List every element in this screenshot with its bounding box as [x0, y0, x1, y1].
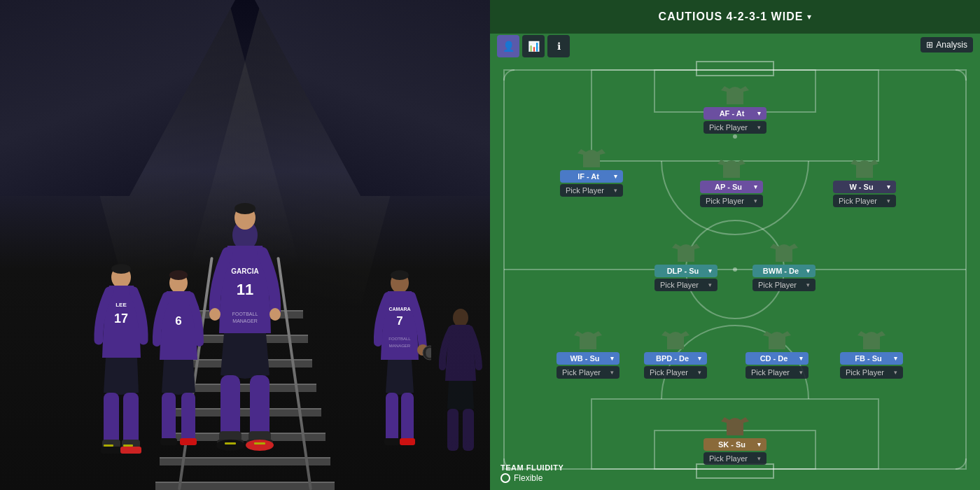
rm-pick-label: Pick Player: [839, 197, 877, 205]
rdm-shirt: [770, 238, 798, 263]
gk-pick-player[interactable]: Pick Player ▾: [704, 452, 766, 465]
svg-text:MANAGER: MANAGER: [232, 318, 257, 323]
rm-pick-player[interactable]: Pick Player ▾: [833, 195, 896, 207]
st-role-badge[interactable]: AF - At ▾: [704, 107, 766, 120]
rcb-role-badge[interactable]: CD - De ▾: [746, 352, 808, 365]
svg-point-32: [169, 270, 188, 280]
rdm-role-badge[interactable]: BWM - De ▾: [752, 265, 816, 277]
lm-pick-player[interactable]: Pick Player ▾: [560, 184, 623, 197]
stats-icon-btn[interactable]: 📊: [522, 35, 545, 57]
rm-role-badge[interactable]: W - Su ▾: [833, 181, 896, 193]
lb-pick-label: Pick Player: [562, 368, 601, 377]
top-icons-group: 👤 📊 ℹ: [497, 35, 570, 57]
gk-pick-arrow: ▾: [757, 455, 761, 462]
cam-shirt: [718, 154, 746, 179]
lb-pick-arrow: ▾: [610, 369, 614, 376]
gk-role-text: SK - Su: [709, 440, 755, 449]
position-lb: WB - Su ▾ Pick Player ▾: [556, 326, 620, 379]
rcb-shirt: [763, 326, 791, 351]
st-dropdown-arrow: ▾: [757, 110, 761, 117]
svg-point-50: [453, 309, 468, 327]
svg-rect-29: [104, 444, 113, 447]
rcb-role-text: CD - De: [751, 354, 797, 363]
svg-rect-23: [104, 393, 119, 445]
svg-point-16: [246, 440, 274, 451]
team-fluidity-text: Flexible: [514, 473, 542, 483]
rb-role-badge[interactable]: FB - Su ▾: [840, 352, 903, 365]
svg-text:17: 17: [114, 312, 128, 326]
rdm-pick-player[interactable]: Pick Player ▾: [752, 279, 816, 291]
svg-point-56: [733, 267, 737, 272]
svg-rect-26: [123, 393, 139, 445]
player-lee: 17 LEE: [88, 242, 155, 490]
right-panel: CAUTIOUS 4-2-3-1 WIDE ▾ 👤 📊 ℹ ⊞ Analysis…: [490, 0, 980, 490]
team-fluidity-label: TEAM FLUIDITY: [500, 463, 564, 472]
cam-role-badge[interactable]: AP - Su ▾: [700, 181, 763, 193]
lb-role-badge[interactable]: WB - Su ▾: [556, 352, 620, 365]
lcb-dropdown-arrow: ▾: [698, 355, 701, 362]
position-lcb: BPD - De ▾ Pick Player ▾: [644, 326, 707, 379]
rb-role-text: FB - Su: [846, 354, 891, 363]
position-ldm: DLP - Su ▾ Pick Player ▾: [654, 238, 718, 291]
rdm-dropdown-arrow: ▾: [806, 267, 810, 274]
svg-text:FOOTBALL: FOOTBALL: [388, 337, 411, 341]
svg-rect-51: [447, 409, 458, 451]
cam-role-text: AP - Su: [706, 183, 751, 191]
rm-shirt: [850, 154, 878, 179]
svg-rect-25: [101, 447, 122, 454]
rb-pick-arrow: ▾: [894, 369, 897, 376]
analysis-btn[interactable]: ⊞ Analysis: [920, 37, 973, 52]
svg-text:FOOTBALL: FOOTBALL: [232, 312, 258, 316]
formation-dropdown-arrow[interactable]: ▾: [807, 12, 811, 22]
svg-rect-34: [162, 393, 176, 443]
rdm-pick-arrow: ▾: [806, 281, 810, 288]
rcb-pick-label: Pick Player: [751, 368, 790, 377]
ldm-role-badge[interactable]: DLP - Su ▾: [654, 265, 718, 277]
team-fluidity-value: Flexible: [500, 473, 564, 483]
lm-role-badge[interactable]: IF - At ▾: [560, 170, 623, 183]
position-lm: IF - At ▾ Pick Player ▾: [560, 144, 623, 197]
st-pick-arrow: ▾: [757, 124, 761, 131]
gk-dropdown-arrow: ▾: [757, 441, 761, 448]
lcb-pick-label: Pick Player: [650, 368, 688, 377]
player-camara: 7 CAMARA FOOTBALL MANAGER: [368, 249, 431, 490]
st-role-text: AF - At: [709, 109, 755, 118]
lcb-pick-arrow: ▾: [698, 369, 701, 376]
svg-rect-62: [696, 464, 774, 478]
team-fluidity: TEAM FLUIDITY Flexible: [500, 463, 564, 483]
svg-rect-46: [386, 393, 398, 443]
svg-rect-17: [225, 442, 236, 444]
analysis-label: Analysis: [936, 40, 967, 50]
gk-role-badge[interactable]: SK - Su ▾: [704, 438, 766, 451]
squad-icon-btn[interactable]: 👤: [497, 35, 519, 57]
rcb-pick-player[interactable]: Pick Player ▾: [746, 366, 808, 379]
cam-pick-arrow: ▾: [754, 197, 757, 204]
lb-pick-player[interactable]: Pick Player ▾: [556, 366, 620, 379]
svg-point-2: [234, 203, 255, 214]
st-pick-player[interactable]: Pick Player ▾: [704, 121, 766, 134]
svg-rect-35: [181, 393, 195, 443]
svg-rect-9: [220, 375, 240, 438]
position-st: AF - At ▾ Pick Player ▾: [704, 80, 766, 134]
svg-rect-52: [463, 409, 474, 451]
lcb-role-badge[interactable]: BPD - De ▾: [644, 352, 707, 365]
svg-rect-18: [254, 442, 265, 444]
svg-point-15: [216, 440, 244, 451]
ldm-pick-player[interactable]: Pick Player ▾: [654, 279, 718, 291]
rb-dropdown-arrow: ▾: [894, 355, 897, 362]
lcb-role-text: BPD - De: [650, 354, 695, 363]
rb-shirt: [858, 326, 886, 351]
cam-pick-player[interactable]: Pick Player ▾: [700, 195, 763, 207]
svg-text:7: 7: [396, 314, 402, 328]
position-rb: FB - Su ▾ Pick Player ▾: [840, 326, 903, 379]
info-icon-btn[interactable]: ℹ: [547, 35, 570, 57]
cam-pick-label: Pick Player: [706, 197, 744, 205]
position-cam: AP - Su ▾ Pick Player ▾: [700, 154, 763, 207]
st-pick-label: Pick Player: [709, 123, 748, 132]
lcb-pick-player[interactable]: Pick Player ▾: [644, 366, 707, 379]
player-bg-right: [436, 291, 485, 490]
svg-point-63: [733, 134, 737, 139]
rb-pick-player[interactable]: Pick Player ▾: [840, 366, 903, 379]
cam-dropdown-arrow: ▾: [754, 183, 757, 190]
lm-role-text: IF - At: [566, 172, 611, 181]
